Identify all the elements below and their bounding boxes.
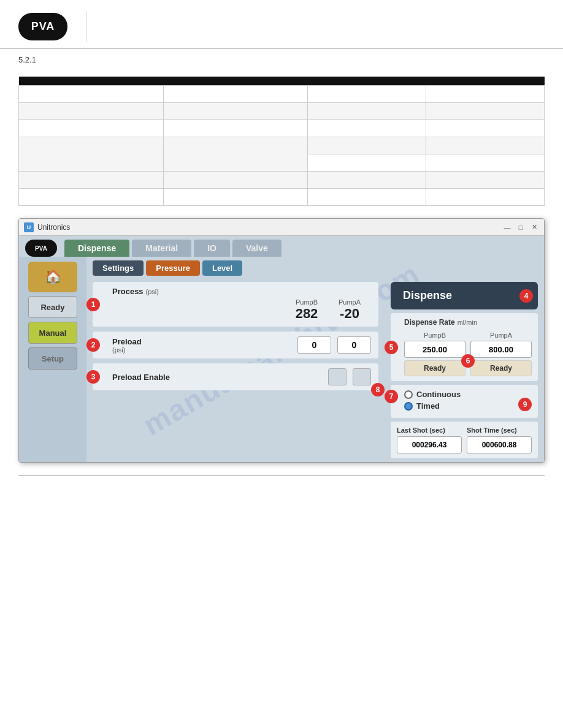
table-cell bbox=[163, 103, 308, 120]
pumpA-rate-col: PumpA bbox=[470, 332, 532, 358]
title-bar-controls: — □ ✕ bbox=[502, 222, 539, 232]
ready-status-row: Ready Ready 6 bbox=[404, 360, 532, 376]
shot-section: Last Shot (sec) Shot Time (sec) bbox=[391, 422, 538, 458]
table-header-left bbox=[19, 77, 308, 86]
process-row: 1 Process (psi) PumpB 282 bbox=[93, 282, 378, 327]
pumpA-rate-input[interactable] bbox=[470, 341, 532, 358]
badge-7: 7 bbox=[385, 390, 398, 403]
app-window: U Unitronics — □ ✕ manualsarchive.com PV… bbox=[18, 218, 545, 463]
app-title: Unitronics bbox=[37, 223, 502, 232]
setup-button[interactable]: Setup bbox=[28, 347, 77, 370]
pumpB-rate-col: PumpB bbox=[404, 332, 465, 358]
preload-enable-label: Preload Enable bbox=[112, 373, 170, 382]
tab-dispense[interactable]: Dispense bbox=[64, 240, 129, 257]
badge-3: 3 bbox=[86, 370, 100, 384]
table-cell bbox=[426, 172, 545, 189]
shot-time-col: Shot Time (sec) bbox=[467, 427, 532, 453]
table-row bbox=[19, 120, 545, 137]
table-row bbox=[19, 172, 545, 189]
table-cell bbox=[308, 154, 426, 172]
app-icon: U bbox=[24, 222, 34, 232]
mode-section: 7 Continuous Timed 9 bbox=[391, 385, 538, 418]
continuous-radio-row[interactable]: Continuous bbox=[404, 390, 532, 399]
pva-logo: PVA bbox=[18, 13, 67, 40]
table-cell bbox=[163, 172, 308, 189]
ready-status-pumpA: Ready bbox=[470, 360, 532, 376]
process-pumpB-label: PumpB bbox=[291, 298, 322, 306]
table-cell bbox=[163, 189, 308, 206]
left-sidebar: 🏠 Ready Manual Setup bbox=[19, 257, 86, 462]
ready-status-pumpB: Ready bbox=[404, 360, 465, 376]
ready-button[interactable]: Ready bbox=[28, 296, 77, 318]
table-cell bbox=[163, 137, 308, 172]
table-cell bbox=[426, 137, 545, 154]
nav-logo: PVA bbox=[25, 240, 57, 257]
table-cell bbox=[19, 120, 164, 137]
preload-row: 2 Preload (psi) bbox=[93, 332, 378, 358]
process-pumpA-value: -20 bbox=[334, 306, 365, 322]
preload-enable-checkbox-B[interactable] bbox=[328, 368, 347, 385]
badge-8: 8 bbox=[371, 383, 385, 396]
title-bar: U Unitronics — □ ✕ bbox=[19, 219, 544, 236]
maximize-button[interactable]: □ bbox=[516, 222, 526, 232]
table-cell bbox=[308, 137, 426, 154]
table-row bbox=[19, 189, 545, 206]
badge-2: 2 bbox=[86, 338, 100, 352]
preload-pumpA-input[interactable] bbox=[337, 336, 371, 354]
bottom-area bbox=[0, 476, 563, 501]
pumpB-rate-input[interactable] bbox=[404, 341, 465, 358]
preload-enable-row: 3 Preload Enable 8 bbox=[93, 363, 378, 390]
preload-pumpB-input[interactable] bbox=[297, 336, 331, 354]
table-cell bbox=[426, 120, 545, 137]
tab-valve[interactable]: Valve bbox=[232, 240, 282, 257]
close-button[interactable]: ✕ bbox=[529, 222, 539, 232]
last-shot-input[interactable] bbox=[397, 436, 462, 453]
continuous-radio[interactable] bbox=[404, 390, 413, 399]
manual-button[interactable]: Manual bbox=[28, 322, 77, 344]
table-row bbox=[19, 86, 545, 103]
table-cell bbox=[308, 189, 426, 206]
subtab-pressure[interactable]: Pressure bbox=[146, 260, 200, 276]
process-label: Process bbox=[112, 287, 144, 296]
preload-label: Preload bbox=[112, 337, 161, 346]
dispense-rate-label: Dispense Rate bbox=[404, 318, 455, 327]
process-unit: (psi) bbox=[146, 288, 159, 295]
minimize-button[interactable]: — bbox=[502, 222, 512, 232]
timed-radio-row[interactable]: Timed 9 bbox=[404, 401, 532, 411]
subtab-level[interactable]: Level bbox=[202, 260, 242, 276]
table-cell bbox=[163, 86, 308, 103]
subtab-settings[interactable]: Settings bbox=[93, 260, 144, 276]
dispense-rate-section: 5 Dispense Rate ml/min PumpB bbox=[391, 313, 538, 381]
nav-tabs: PVA Dispense Material IO Valve bbox=[19, 236, 544, 257]
table-row bbox=[19, 137, 545, 154]
dispense-main-button[interactable]: Dispense bbox=[391, 282, 538, 309]
main-panel: 🏠 Ready Manual Setup Settings Pressure L… bbox=[19, 257, 544, 462]
rate-unit: ml/min bbox=[458, 319, 477, 326]
tab-material[interactable]: Material bbox=[132, 240, 191, 257]
table-cell bbox=[426, 86, 545, 103]
table-cell bbox=[308, 120, 426, 137]
preload-unit: (psi) bbox=[112, 346, 161, 354]
badge-9: 9 bbox=[518, 398, 532, 411]
header: PVA bbox=[0, 0, 563, 49]
shot-time-input[interactable] bbox=[467, 436, 532, 453]
pumpA-rate-label: PumpA bbox=[470, 332, 532, 339]
tab-io[interactable]: IO bbox=[194, 240, 230, 257]
timed-label: Timed bbox=[416, 401, 440, 411]
last-shot-col: Last Shot (sec) bbox=[397, 427, 462, 453]
table-cell bbox=[19, 103, 164, 120]
table-cell bbox=[19, 137, 164, 172]
table-cell bbox=[19, 86, 164, 103]
table-cell bbox=[163, 120, 308, 137]
preload-enable-checkbox-A[interactable]: 8 bbox=[353, 368, 371, 385]
timed-radio[interactable] bbox=[404, 402, 413, 411]
badge-6: 6 bbox=[461, 354, 475, 368]
table-cell bbox=[308, 103, 426, 120]
process-pumpB-value: 282 bbox=[291, 306, 322, 322]
right-panel: Dispense 4 5 Dispense Rate ml/min bbox=[385, 278, 544, 462]
home-button[interactable]: 🏠 bbox=[28, 262, 77, 292]
shot-cols: Last Shot (sec) Shot Time (sec) bbox=[397, 427, 532, 453]
table-cell bbox=[19, 189, 164, 206]
center-content: 1 Process (psi) PumpB 282 bbox=[86, 278, 385, 462]
header-divider bbox=[86, 11, 86, 42]
